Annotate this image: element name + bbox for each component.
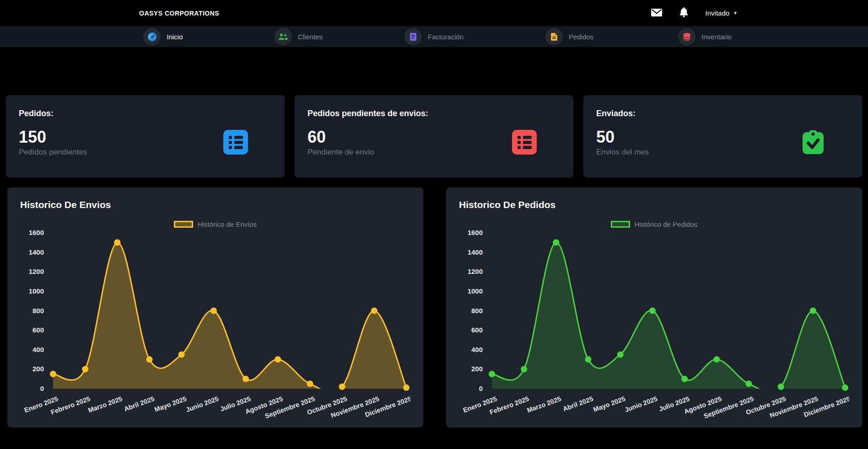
nav-inner: Inicio Clientes Facturación Pedidos Inve… (96, 26, 773, 47)
legend-label: Histórico de Envíos (198, 220, 257, 228)
svg-text:600: 600 (471, 326, 483, 334)
svg-text:1200: 1200 (468, 267, 483, 275)
stat-title: Pedidos: (19, 109, 272, 118)
svg-text:1600: 1600 (29, 230, 44, 236)
dashboard: Pedidos: 150 Pedidos pendientes Pedidos … (0, 95, 868, 428)
nav-item-label: Clientes (298, 33, 323, 41)
stat-card-pendientes-envio: Pedidos pendientes de envios: 60 Pendien… (295, 95, 573, 177)
chart-card-envios: Historico De Envios Histórico de Envíos … (7, 187, 423, 428)
stat-card-enviados: Enviados: 50 Envios del mes (583, 95, 862, 177)
nav-item-inicio[interactable]: Inicio (96, 26, 231, 47)
legend-swatch (174, 221, 193, 228)
svg-text:0: 0 (40, 385, 44, 392)
pedidos-chart: 02004006008001000120014001600Enero 2025F… (459, 230, 849, 422)
svg-text:1400: 1400 (29, 248, 44, 256)
users-icon (275, 28, 292, 45)
gauge-icon (143, 28, 161, 45)
svg-text:800: 800 (471, 307, 483, 315)
brand-logo[interactable]: OASYS CORPORATIONS (139, 10, 219, 17)
main-nav: Inicio Clientes Facturación Pedidos Inve… (0, 26, 868, 47)
svg-text:400: 400 (32, 346, 44, 353)
svg-text:1400: 1400 (468, 248, 483, 256)
mail-button[interactable] (651, 9, 662, 18)
legend-label: Histórico de Pedidos (635, 220, 698, 228)
user-menu-label: Invitado (706, 9, 730, 17)
envios-chart: 02004006008001000120014001600Enero 2025F… (20, 230, 410, 422)
legend-pedidos[interactable]: Histórico de Pedidos (459, 220, 849, 228)
list-icon (223, 130, 248, 155)
svg-text:1000: 1000 (468, 287, 483, 295)
nav-item-label: Pedidos (569, 33, 593, 41)
svg-text:800: 800 (32, 307, 44, 315)
list-icon (512, 130, 537, 155)
nav-item-label: Inventario (701, 33, 732, 41)
nav-item-clientes[interactable]: Clientes (231, 26, 367, 47)
svg-text:1200: 1200 (29, 267, 44, 275)
svg-text:Mayo 2025: Mayo 2025 (592, 395, 626, 413)
charts-row: Historico De Envios Histórico de Envíos … (7, 187, 862, 428)
legend-envios[interactable]: Histórico de Envíos (20, 220, 410, 228)
svg-text:1000: 1000 (29, 287, 44, 295)
svg-text:Junio 2025: Junio 2025 (185, 395, 220, 414)
svg-text:400: 400 (471, 346, 483, 353)
nav-item-label: Inicio (167, 33, 183, 41)
svg-text:0: 0 (479, 385, 483, 392)
svg-text:Junio 2025: Junio 2025 (624, 395, 658, 414)
chart-title: Historico De Envios (20, 199, 410, 210)
database-icon (678, 28, 695, 45)
stats-row: Pedidos: 150 Pedidos pendientes Pedidos … (6, 95, 862, 177)
bell-icon (679, 7, 688, 19)
user-menu[interactable]: Invitado ▼ (706, 9, 738, 17)
app-header: OASYS CORPORATIONS Invitado ▼ (0, 0, 868, 26)
svg-text:Marzo 2025: Marzo 2025 (87, 395, 123, 414)
notifications-button[interactable] (679, 7, 688, 19)
chart-title: Historico De Pedidos (459, 199, 849, 210)
nav-item-facturacion[interactable]: Facturación (367, 26, 502, 47)
svg-text:600: 600 (32, 326, 44, 334)
clipboard-check-icon (801, 130, 825, 155)
svg-text:Abril 2025: Abril 2025 (123, 395, 156, 413)
nav-item-inventario[interactable]: Inventario (637, 26, 773, 47)
mail-icon (651, 9, 662, 18)
svg-text:200: 200 (32, 365, 44, 373)
svg-text:Mayo 2025: Mayo 2025 (153, 395, 187, 413)
caret-down-icon: ▼ (733, 11, 738, 16)
nav-item-pedidos[interactable]: Pedidos (502, 26, 637, 47)
stat-title: Enviados: (596, 109, 849, 118)
svg-text:Abril 2025: Abril 2025 (562, 395, 594, 413)
legend-swatch (611, 221, 630, 228)
file-icon (545, 28, 563, 45)
header-actions: Invitado ▼ (651, 7, 738, 19)
stat-card-pedidos: Pedidos: 150 Pedidos pendientes (6, 95, 285, 177)
stat-title: Pedidos pendientes de envios: (307, 109, 561, 118)
svg-text:200: 200 (471, 365, 483, 373)
svg-text:1600: 1600 (468, 230, 483, 236)
invoice-icon (404, 28, 422, 45)
nav-item-label: Facturación (428, 33, 464, 41)
chart-card-pedidos: Historico De Pedidos Histórico de Pedido… (446, 187, 862, 428)
svg-text:Marzo 2025: Marzo 2025 (526, 395, 562, 414)
